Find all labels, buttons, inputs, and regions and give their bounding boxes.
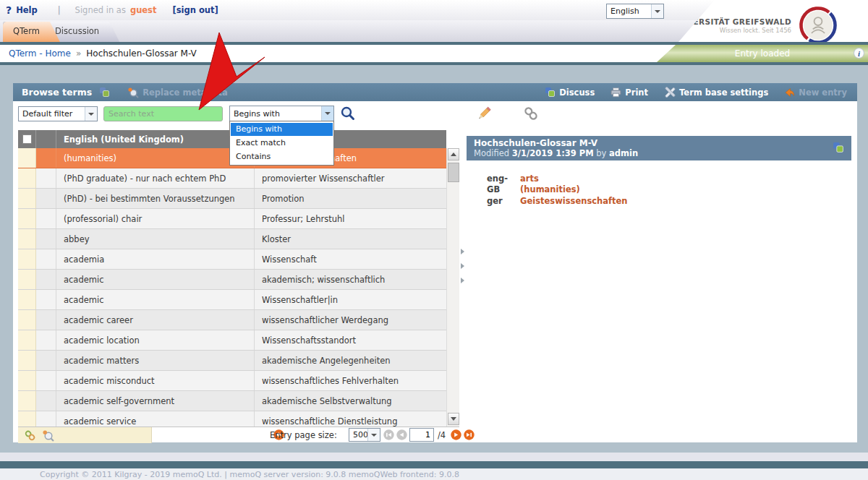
dropdown-option[interactable]: Exact match	[231, 137, 333, 150]
row-spacer-cell	[36, 249, 56, 269]
splitter-arrow-icon[interactable]	[461, 263, 464, 269]
link-chain-icon[interactable]	[523, 106, 539, 121]
row-flag-cell[interactable]	[18, 290, 36, 309]
table-row[interactable]: academic matters akademische Angelegenhe…	[18, 351, 446, 371]
help-link[interactable]: Help	[16, 5, 38, 15]
sign-out-link[interactable]: [sign out]	[172, 5, 218, 15]
row-english-term[interactable]: academic	[56, 270, 255, 289]
table-row[interactable]: (PhD graduate) - nur nach echtem PhD pro…	[18, 168, 446, 189]
table-row[interactable]: abbey Kloster	[18, 229, 446, 249]
row-flag-cell[interactable]	[18, 249, 36, 269]
row-german-term[interactable]: akademische Selbstverwaltung	[255, 391, 446, 411]
next-page-button[interactable]	[451, 429, 461, 440]
search-input[interactable]	[103, 106, 223, 121]
row-english-term[interactable]: academic misconduct	[56, 371, 255, 390]
table-row[interactable]: (PhD) - bei bestimmten Voraussetzungen P…	[18, 189, 446, 209]
row-flag-cell[interactable]	[18, 330, 36, 350]
chevron-down-icon[interactable]	[85, 107, 97, 121]
previous-page-button[interactable]	[396, 429, 407, 440]
table-row[interactable]: academic location Wissenschaftsstandort	[18, 330, 446, 351]
edit-pencil-icon[interactable]	[476, 106, 492, 121]
row-german-term[interactable]: Wissenschaftler|in	[255, 290, 446, 309]
last-page-button[interactable]	[464, 429, 475, 440]
help-icon[interactable]: ?	[6, 4, 12, 16]
row-flag-cell[interactable]	[18, 148, 36, 168]
table-row[interactable]: academic service wissenschaftliche Diens…	[18, 411, 446, 427]
row-flag-cell[interactable]	[18, 229, 36, 249]
scroll-down-button[interactable]	[448, 413, 459, 425]
dropdown-option[interactable]: Begins with	[231, 123, 333, 136]
filter-select[interactable]: Default filter	[18, 106, 98, 121]
replace-metadata-button[interactable]: Replace metadata	[127, 87, 228, 98]
discuss-button[interactable]: Discuss	[545, 87, 595, 98]
term-table-body: (humanities) Geisteswissenschaften (PhD …	[18, 148, 446, 427]
row-flag-cell[interactable]	[18, 168, 36, 188]
dropdown-option[interactable]: Contains	[231, 150, 333, 163]
chevron-down-icon[interactable]	[321, 106, 333, 121]
column-header-english[interactable]: English (United Kingdom)	[56, 130, 255, 148]
row-flag-cell[interactable]	[18, 310, 36, 330]
info-icon[interactable]: i	[854, 48, 864, 59]
row-flag-cell[interactable]	[18, 209, 36, 228]
row-german-term[interactable]: wissenschaftliches Fehlverhalten	[255, 371, 446, 390]
qterm-app: ? Help | Signed in as guest [sign out] E…	[0, 0, 868, 480]
row-english-term[interactable]: (professorial) chair	[56, 209, 255, 228]
table-scrollbar[interactable]	[446, 148, 459, 427]
row-english-term[interactable]: (PhD graduate) - nur nach echtem PhD	[56, 168, 255, 188]
row-german-term[interactable]: wissenschaftliche Dienstleistung	[255, 411, 446, 427]
term-value: Geisteswissenschaften	[520, 196, 843, 207]
search-replace-icon[interactable]	[42, 429, 54, 442]
table-row[interactable]: academic career wissenschaftlicher Werde…	[18, 310, 446, 330]
search-button[interactable]	[340, 106, 356, 121]
row-german-term[interactable]: Professur; Lehrstuhl	[255, 209, 446, 228]
breadcrumb-home-link[interactable]: QTerm - Home	[9, 48, 71, 59]
row-flag-cell[interactable]	[18, 371, 36, 390]
row-english-term[interactable]: academic career	[56, 310, 255, 330]
row-english-term[interactable]: abbey	[56, 229, 255, 249]
scroll-up-button[interactable]	[448, 148, 459, 160]
page-size-select[interactable]: 500	[349, 428, 380, 442]
row-flag-cell[interactable]	[18, 391, 36, 411]
row-flag-cell[interactable]	[18, 270, 36, 289]
table-row[interactable]: academia Wissenschaft	[18, 249, 446, 270]
row-german-term[interactable]: wissenschaftlicher Werdegang	[255, 310, 446, 330]
new-entry-button[interactable]: New entry	[784, 87, 847, 98]
row-english-term[interactable]: academic matters	[56, 351, 255, 370]
chevron-down-icon[interactable]	[367, 429, 380, 441]
row-german-term[interactable]: akademische Angelegenheiten	[255, 351, 446, 370]
row-german-term[interactable]: Promotion	[255, 189, 446, 208]
row-english-term[interactable]: academia	[56, 249, 255, 269]
table-row[interactable]: academic misconduct wissenschaftliches F…	[18, 371, 446, 391]
match-mode-select[interactable]: Begins with	[229, 106, 334, 121]
splitter-arrow-icon[interactable]	[461, 249, 464, 254]
row-flag-cell[interactable]	[18, 189, 36, 208]
chevron-down-icon[interactable]	[651, 4, 663, 18]
row-english-term[interactable]: academic	[56, 290, 255, 309]
row-english-term[interactable]: academic service	[56, 411, 255, 427]
table-row[interactable]: academic Wissenschaftler|in	[18, 290, 446, 310]
page-number-input[interactable]	[409, 428, 434, 442]
table-row[interactable]: academic akademisch; wissenschaftlich	[18, 270, 446, 290]
link-chain-colored-icon[interactable]	[24, 429, 36, 442]
row-german-term[interactable]: Wissenschaft	[255, 249, 446, 269]
table-row[interactable]: academic self-government akademische Sel…	[18, 391, 446, 411]
entry-discuss-icon[interactable]	[833, 142, 844, 153]
select-all-checkbox[interactable]	[22, 134, 32, 144]
print-button[interactable]: Print	[610, 87, 648, 98]
row-german-term[interactable]: Wissenschaftsstandort	[255, 330, 446, 350]
row-english-term[interactable]: academic self-government	[56, 391, 255, 411]
row-flag-cell[interactable]	[18, 351, 36, 370]
row-german-term[interactable]: promovierter Wissenschaftler	[255, 168, 446, 188]
row-german-term[interactable]: akademisch; wissenschaftlich	[255, 270, 446, 289]
splitter-arrow-icon[interactable]	[461, 278, 464, 283]
row-english-term[interactable]: academic location	[56, 330, 255, 350]
first-page-button[interactable]	[383, 429, 394, 440]
row-german-term[interactable]: Kloster	[255, 229, 446, 249]
scrollbar-thumb[interactable]	[448, 163, 459, 182]
row-english-term[interactable]: (PhD) - bei bestimmten Voraussetzungen	[56, 189, 255, 208]
row-flag-cell[interactable]	[18, 411, 36, 427]
table-row[interactable]: (professorial) chair Professur; Lehrstuh…	[18, 209, 446, 229]
language-select[interactable]: English	[606, 4, 664, 19]
term-base-settings-button[interactable]: Term base settings	[664, 87, 768, 98]
row-english-term[interactable]: (humanities)	[56, 148, 255, 168]
